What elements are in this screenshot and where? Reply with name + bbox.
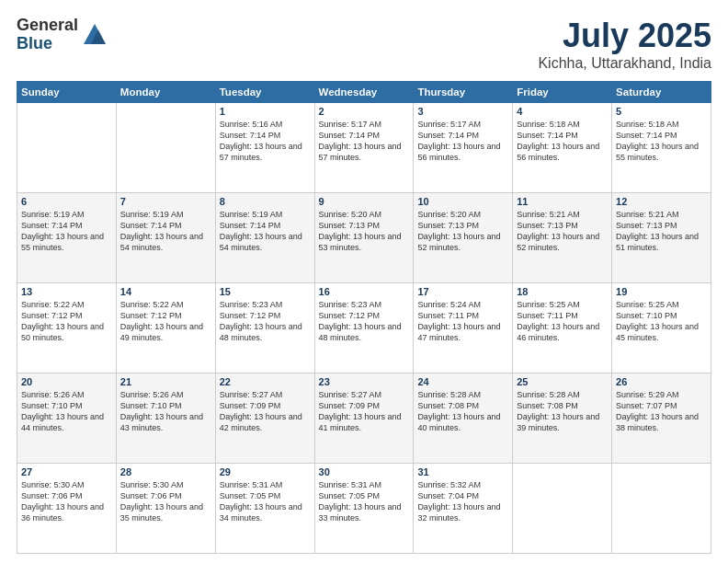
day-info: Sunrise: 5:19 AMSunset: 7:14 PMDaylight:… <box>220 209 311 254</box>
table-row <box>116 103 215 193</box>
table-row: 22Sunrise: 5:27 AMSunset: 7:09 PMDayligh… <box>215 373 314 464</box>
table-row: 25Sunrise: 5:28 AMSunset: 7:08 PMDayligh… <box>513 373 612 464</box>
logo-general: General <box>17 17 78 35</box>
table-row: 12Sunrise: 5:21 AMSunset: 7:13 PMDayligh… <box>612 193 711 283</box>
day-number: 5 <box>616 106 707 117</box>
day-number: 19 <box>616 286 707 297</box>
day-number: 27 <box>21 466 112 477</box>
day-number: 20 <box>21 376 112 387</box>
day-number: 8 <box>220 196 311 207</box>
day-info: Sunrise: 5:26 AMSunset: 7:10 PMDaylight:… <box>120 389 211 434</box>
day-info: Sunrise: 5:22 AMSunset: 7:12 PMDaylight:… <box>21 299 112 344</box>
day-number: 7 <box>120 196 211 207</box>
table-row: 23Sunrise: 5:27 AMSunset: 7:09 PMDayligh… <box>314 373 414 464</box>
calendar-week-row: 1Sunrise: 5:16 AMSunset: 7:14 PMDaylight… <box>17 103 711 193</box>
title-block: July 2025 Kichha, Uttarakhand, India <box>538 17 711 72</box>
day-info: Sunrise: 5:16 AMSunset: 7:14 PMDaylight:… <box>220 119 311 164</box>
day-number: 3 <box>417 106 508 117</box>
calendar-table: Sunday Monday Tuesday Wednesday Thursday… <box>17 81 711 554</box>
day-info: Sunrise: 5:17 AMSunset: 7:14 PMDaylight:… <box>417 119 508 164</box>
table-row: 11Sunrise: 5:21 AMSunset: 7:13 PMDayligh… <box>513 193 612 283</box>
col-sunday: Sunday <box>17 82 117 103</box>
day-number: 23 <box>319 376 410 387</box>
day-number: 16 <box>319 286 410 297</box>
day-number: 6 <box>21 196 112 207</box>
day-info: Sunrise: 5:30 AMSunset: 7:06 PMDaylight:… <box>120 479 211 524</box>
table-row: 6Sunrise: 5:19 AMSunset: 7:14 PMDaylight… <box>17 193 117 283</box>
table-row: 30Sunrise: 5:31 AMSunset: 7:05 PMDayligh… <box>314 464 414 554</box>
day-info: Sunrise: 5:31 AMSunset: 7:05 PMDaylight:… <box>319 479 410 524</box>
day-info: Sunrise: 5:19 AMSunset: 7:14 PMDaylight:… <box>21 209 112 254</box>
day-number: 29 <box>220 466 311 477</box>
col-thursday: Thursday <box>414 82 513 103</box>
table-row: 10Sunrise: 5:20 AMSunset: 7:13 PMDayligh… <box>414 193 513 283</box>
day-info: Sunrise: 5:27 AMSunset: 7:09 PMDaylight:… <box>220 389 311 434</box>
table-row: 4Sunrise: 5:18 AMSunset: 7:14 PMDaylight… <box>513 103 612 193</box>
day-info: Sunrise: 5:26 AMSunset: 7:10 PMDaylight:… <box>21 389 112 434</box>
day-info: Sunrise: 5:25 AMSunset: 7:10 PMDaylight:… <box>616 299 707 344</box>
table-row: 5Sunrise: 5:18 AMSunset: 7:14 PMDaylight… <box>612 103 711 193</box>
day-number: 9 <box>319 196 410 207</box>
table-row: 19Sunrise: 5:25 AMSunset: 7:10 PMDayligh… <box>612 283 711 373</box>
day-info: Sunrise: 5:31 AMSunset: 7:05 PMDaylight:… <box>220 479 311 524</box>
table-row: 16Sunrise: 5:23 AMSunset: 7:12 PMDayligh… <box>314 283 414 373</box>
table-row: 1Sunrise: 5:16 AMSunset: 7:14 PMDaylight… <box>215 103 314 193</box>
table-row: 15Sunrise: 5:23 AMSunset: 7:12 PMDayligh… <box>215 283 314 373</box>
day-info: Sunrise: 5:28 AMSunset: 7:08 PMDaylight:… <box>517 389 608 434</box>
col-friday: Friday <box>513 82 612 103</box>
day-number: 12 <box>616 196 707 207</box>
table-row <box>513 464 612 554</box>
table-row: 13Sunrise: 5:22 AMSunset: 7:12 PMDayligh… <box>17 283 117 373</box>
table-row: 21Sunrise: 5:26 AMSunset: 7:10 PMDayligh… <box>116 373 215 464</box>
day-info: Sunrise: 5:23 AMSunset: 7:12 PMDaylight:… <box>319 299 410 344</box>
table-row: 9Sunrise: 5:20 AMSunset: 7:13 PMDaylight… <box>314 193 414 283</box>
day-info: Sunrise: 5:20 AMSunset: 7:13 PMDaylight:… <box>319 209 410 254</box>
day-number: 1 <box>220 106 311 117</box>
table-row <box>17 103 117 193</box>
day-info: Sunrise: 5:27 AMSunset: 7:09 PMDaylight:… <box>319 389 410 434</box>
day-info: Sunrise: 5:28 AMSunset: 7:08 PMDaylight:… <box>417 389 508 434</box>
day-number: 2 <box>319 106 410 117</box>
day-number: 11 <box>517 196 608 207</box>
day-info: Sunrise: 5:18 AMSunset: 7:14 PMDaylight:… <box>616 119 707 164</box>
col-saturday: Saturday <box>612 82 711 103</box>
table-row: 3Sunrise: 5:17 AMSunset: 7:14 PMDaylight… <box>414 103 513 193</box>
day-number: 17 <box>417 286 508 297</box>
day-info: Sunrise: 5:19 AMSunset: 7:14 PMDaylight:… <box>120 209 211 254</box>
day-number: 4 <box>517 106 608 117</box>
day-info: Sunrise: 5:22 AMSunset: 7:12 PMDaylight:… <box>120 299 211 344</box>
col-wednesday: Wednesday <box>314 82 414 103</box>
day-number: 13 <box>21 286 112 297</box>
calendar-week-row: 6Sunrise: 5:19 AMSunset: 7:14 PMDaylight… <box>17 193 711 283</box>
day-number: 28 <box>120 466 211 477</box>
day-number: 10 <box>417 196 508 207</box>
month-title: July 2025 <box>538 17 711 55</box>
day-info: Sunrise: 5:24 AMSunset: 7:11 PMDaylight:… <box>417 299 508 344</box>
calendar-week-row: 27Sunrise: 5:30 AMSunset: 7:06 PMDayligh… <box>17 464 711 554</box>
day-number: 14 <box>120 286 211 297</box>
col-tuesday: Tuesday <box>215 82 314 103</box>
day-info: Sunrise: 5:21 AMSunset: 7:13 PMDaylight:… <box>616 209 707 254</box>
header: General Blue July 2025 Kichha, Uttarakha… <box>17 17 711 72</box>
day-number: 22 <box>220 376 311 387</box>
logo: General Blue <box>17 17 108 53</box>
table-row: 29Sunrise: 5:31 AMSunset: 7:05 PMDayligh… <box>215 464 314 554</box>
day-info: Sunrise: 5:30 AMSunset: 7:06 PMDaylight:… <box>21 479 112 524</box>
table-row: 14Sunrise: 5:22 AMSunset: 7:12 PMDayligh… <box>116 283 215 373</box>
day-info: Sunrise: 5:21 AMSunset: 7:13 PMDaylight:… <box>517 209 608 254</box>
day-number: 24 <box>417 376 508 387</box>
day-info: Sunrise: 5:17 AMSunset: 7:14 PMDaylight:… <box>319 119 410 164</box>
day-number: 31 <box>417 466 508 477</box>
page: General Blue July 2025 Kichha, Uttarakha… <box>0 0 728 563</box>
day-info: Sunrise: 5:23 AMSunset: 7:12 PMDaylight:… <box>220 299 311 344</box>
day-info: Sunrise: 5:18 AMSunset: 7:14 PMDaylight:… <box>517 119 608 164</box>
day-number: 18 <box>517 286 608 297</box>
day-number: 21 <box>120 376 211 387</box>
day-number: 25 <box>517 376 608 387</box>
day-info: Sunrise: 5:29 AMSunset: 7:07 PMDaylight:… <box>616 389 707 434</box>
day-number: 26 <box>616 376 707 387</box>
logo-blue: Blue <box>17 35 78 53</box>
table-row: 31Sunrise: 5:32 AMSunset: 7:04 PMDayligh… <box>414 464 513 554</box>
table-row: 7Sunrise: 5:19 AMSunset: 7:14 PMDaylight… <box>116 193 215 283</box>
day-number: 30 <box>319 466 410 477</box>
